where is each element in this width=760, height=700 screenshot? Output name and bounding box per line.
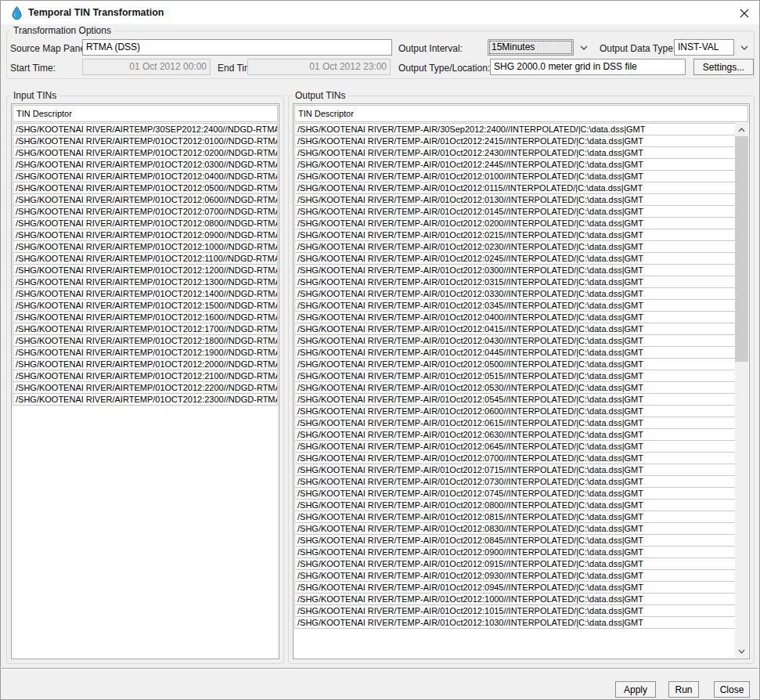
run-button[interactable]: Run [668,681,699,698]
table-row[interactable]: /SHG/KOOTENAI RIVER/TEMP-AIR/01Oct2012:0… [294,334,737,347]
input-tins-column-header[interactable]: TIN Descriptor [13,105,278,122]
output-data-type-label: Output Data Type: [600,43,675,54]
table-row[interactable]: /SHG/KOOTENAI RIVER/TEMP-AIR/01Oct2012:0… [294,511,737,523]
table-row[interactable]: /SHG/KOOTENAI RIVER/AIRTEMP/01OCT2012:01… [13,135,278,147]
table-row[interactable]: /SHG/KOOTENAI RIVER/TEMP-AIR/01Oct2012:0… [294,417,737,429]
table-row[interactable]: /SHG/KOOTENAI RIVER/AIRTEMP/30SEP2012:24… [13,123,278,135]
table-row[interactable]: /SHG/KOOTENAI RIVER/TEMP-AIR/01Oct2012:1… [294,616,737,629]
table-row[interactable]: /SHG/KOOTENAI RIVER/TEMP-AIR/01Oct2012:2… [294,146,737,159]
output-tins-label: Output TINs [292,90,348,101]
table-row[interactable]: /SHG/KOOTENAI RIVER/TEMP-AIR/01Oct2012:1… [294,593,737,605]
table-row[interactable]: /SHG/KOOTENAI RIVER/TEMP-AIR/01Oct2012:0… [294,428,737,441]
table-row[interactable]: /SHG/KOOTENAI RIVER/TEMP-AIR/01Oct2012:0… [294,323,737,335]
footer-separator [2,668,758,669]
table-row[interactable]: /SHG/KOOTENAI RIVER/AIRTEMP/01OCT2012:21… [13,370,278,382]
table-row[interactable]: /SHG/KOOTENAI RIVER/TEMP-AIR/01Oct2012:0… [294,358,737,370]
table-row[interactable]: /SHG/KOOTENAI RIVER/TEMP-AIR/01Oct2012:0… [294,464,737,476]
table-row[interactable]: /SHG/KOOTENAI RIVER/TEMP-AIR/01Oct2012:0… [294,182,737,194]
settings-button[interactable]: Settings... [693,59,754,75]
table-row[interactable]: /SHG/KOOTENAI RIVER/AIRTEMP/01OCT2012:19… [13,346,278,359]
table-row[interactable]: /SHG/KOOTENAI RIVER/AIRTEMP/01OCT2012:11… [13,252,278,265]
table-row[interactable]: /SHG/KOOTENAI RIVER/TEMP-AIR/01Oct2012:0… [294,217,737,229]
output-tins-table: TIN Descriptor /SHG/KOOTENAI RIVER/TEMP-… [293,103,750,659]
table-row[interactable]: /SHG/KOOTENAI RIVER/TEMP-AIR/01Oct2012:0… [294,393,737,406]
table-row[interactable]: /SHG/KOOTENAI RIVER/TEMP-AIR/01Oct2012:1… [294,604,737,617]
input-tins-table: TIN Descriptor /SHG/KOOTENAI RIVER/AIRTE… [11,103,279,659]
table-row[interactable]: /SHG/KOOTENAI RIVER/TEMP-AIR/01Oct2012:0… [294,475,737,488]
output-tins-column-header[interactable]: TIN Descriptor [294,105,748,122]
table-row[interactable]: /SHG/KOOTENAI RIVER/AIRTEMP/01OCT2012:06… [13,193,278,206]
table-row[interactable]: /SHG/KOOTENAI RIVER/TEMP-AIR/01Oct2012:2… [294,135,737,147]
scroll-up-icon[interactable] [735,123,748,136]
table-row[interactable]: /SHG/KOOTENAI RIVER/AIRTEMP/01OCT2012:08… [13,217,278,229]
output-interval-label: Output Interval: [398,43,463,54]
output-interval-value: 15Minutes [488,39,574,56]
chevron-down-icon[interactable] [574,39,593,56]
table-row[interactable]: /SHG/KOOTENAI RIVER/TEMP-AIR/01Oct2012:0… [294,311,737,323]
table-row[interactable]: /SHG/KOOTENAI RIVER/TEMP-AIR/01Oct2012:0… [294,287,737,300]
table-row[interactable]: /SHG/KOOTENAI RIVER/AIRTEMP/01OCT2012:09… [13,229,278,241]
table-row[interactable]: /SHG/KOOTENAI RIVER/AIRTEMP/01OCT2012:23… [13,393,278,406]
output-type-location-field[interactable]: SHG 2000.0 meter grid in DSS file [490,59,686,75]
start-time-field: 01 Oct 2012 00:00 [82,59,211,75]
table-row[interactable]: /SHG/KOOTENAI RIVER/TEMP-AIR/01Oct2012:0… [294,381,737,394]
output-data-type-select[interactable]: INST-VAL [674,39,754,56]
table-row[interactable]: /SHG/KOOTENAI RIVER/AIRTEMP/01OCT2012:03… [13,158,278,171]
table-row[interactable]: /SHG/KOOTENAI RIVER/TEMP-AIR/01Oct2012:0… [294,581,737,594]
transformation-options-label: Transformation Options [10,25,114,36]
table-row[interactable]: /SHG/KOOTENAI RIVER/TEMP-AIR/01Oct2012:0… [294,205,737,218]
table-row[interactable]: /SHG/KOOTENAI RIVER/TEMP-AIR/01Oct2012:0… [294,452,737,464]
table-row[interactable]: /SHG/KOOTENAI RIVER/AIRTEMP/01OCT2012:17… [13,323,278,335]
temporal-tin-transformation-dialog: Temporal TIN Transformation Transformati… [0,0,760,700]
output-type-location-label: Output Type/Location: [398,63,490,74]
table-row[interactable]: /SHG/KOOTENAI RIVER/TEMP-AIR/01Oct2012:0… [294,487,737,500]
table-row[interactable]: /SHG/KOOTENAI RIVER/TEMP-AIR/01Oct2012:0… [294,346,737,359]
table-row[interactable]: /SHG/KOOTENAI RIVER/TEMP-AIR/01Oct2012:0… [294,546,737,558]
table-row[interactable]: /SHG/KOOTENAI RIVER/AIRTEMP/01OCT2012:22… [13,381,278,394]
table-row[interactable]: /SHG/KOOTENAI RIVER/AIRTEMP/01OCT2012:20… [13,358,278,370]
table-row[interactable]: /SHG/KOOTENAI RIVER/TEMP-AIR/01Oct2012:0… [294,569,737,582]
table-row[interactable]: /SHG/KOOTENAI RIVER/TEMP-AIR/01Oct2012:2… [294,158,737,171]
table-row[interactable]: /SHG/KOOTENAI RIVER/TEMP-AIR/01Oct2012:0… [294,557,737,570]
table-row[interactable]: /SHG/KOOTENAI RIVER/TEMP-AIR/01Oct2012:0… [294,264,737,276]
table-row[interactable]: /SHG/KOOTENAI RIVER/TEMP-AIR/01Oct2012:0… [294,240,737,253]
table-row[interactable]: /SHG/KOOTENAI RIVER/TEMP-AIR/01Oct2012:0… [294,534,737,547]
table-row[interactable]: /SHG/KOOTENAI RIVER/TEMP-AIR/01Oct2012:0… [294,170,737,182]
start-time-label: Start Time: [10,63,56,74]
table-row[interactable]: /SHG/KOOTENAI RIVER/AIRTEMP/01OCT2012:07… [13,205,278,218]
water-drop-icon [12,6,22,20]
table-row[interactable]: /SHG/KOOTENAI RIVER/TEMP-AIR/01Oct2012:0… [294,522,737,535]
output-tins-rows: /SHG/KOOTENAI RIVER/TEMP-AIR/30Sep2012:2… [294,123,737,629]
table-row[interactable]: /SHG/KOOTENAI RIVER/TEMP-AIR/01Oct2012:0… [294,252,737,265]
table-row[interactable]: /SHG/KOOTENAI RIVER/AIRTEMP/01OCT2012:02… [13,146,278,159]
table-row[interactable]: /SHG/KOOTENAI RIVER/AIRTEMP/01OCT2012:12… [13,264,278,276]
table-row[interactable]: /SHG/KOOTENAI RIVER/AIRTEMP/01OCT2012:13… [13,276,278,288]
table-row[interactable]: /SHG/KOOTENAI RIVER/TEMP-AIR/01Oct2012:0… [294,370,737,382]
table-row[interactable]: /SHG/KOOTENAI RIVER/TEMP-AIR/01Oct2012:0… [294,299,737,312]
output-interval-select[interactable]: 15Minutes [488,39,593,56]
input-tins-label: Input TINs [10,90,59,101]
table-row[interactable]: /SHG/KOOTENAI RIVER/AIRTEMP/01OCT2012:15… [13,299,278,312]
table-row[interactable]: /SHG/KOOTENAI RIVER/TEMP-AIR/01Oct2012:0… [294,276,737,288]
table-row[interactable]: /SHG/KOOTENAI RIVER/TEMP-AIR/01Oct2012:0… [294,499,737,511]
table-row[interactable]: /SHG/KOOTENAI RIVER/AIRTEMP/01OCT2012:18… [13,334,278,347]
table-row[interactable]: /SHG/KOOTENAI RIVER/TEMP-AIR/30Sep2012:2… [294,123,737,135]
close-button[interactable]: Close [714,681,750,698]
close-icon[interactable] [737,6,751,20]
table-row[interactable]: /SHG/KOOTENAI RIVER/AIRTEMP/01OCT2012:05… [13,182,278,194]
table-row[interactable]: /SHG/KOOTENAI RIVER/AIRTEMP/01OCT2012:10… [13,240,278,253]
table-row[interactable]: /SHG/KOOTENAI RIVER/AIRTEMP/01OCT2012:04… [13,170,278,182]
chevron-down-icon[interactable] [734,39,754,56]
scroll-down-icon[interactable] [735,644,748,658]
table-row[interactable]: /SHG/KOOTENAI RIVER/TEMP-AIR/01Oct2012:0… [294,229,737,241]
table-row[interactable]: /SHG/KOOTENAI RIVER/TEMP-AIR/01Oct2012:0… [294,440,737,453]
apply-button[interactable]: Apply [615,681,656,698]
table-row[interactable]: /SHG/KOOTENAI RIVER/AIRTEMP/01OCT2012:14… [13,287,278,300]
table-row[interactable]: /SHG/KOOTENAI RIVER/TEMP-AIR/01Oct2012:0… [294,405,737,417]
end-time-field: 01 Oct 2012 23:00 [247,59,391,75]
table-row[interactable]: /SHG/KOOTENAI RIVER/TEMP-AIR/01Oct2012:0… [294,193,737,206]
scrollbar-thumb[interactable] [735,136,748,362]
table-row[interactable]: /SHG/KOOTENAI RIVER/AIRTEMP/01OCT2012:16… [13,311,278,323]
source-map-panel-field[interactable]: RTMA (DSS) [82,39,392,56]
output-tins-scrollbar[interactable] [735,123,748,658]
